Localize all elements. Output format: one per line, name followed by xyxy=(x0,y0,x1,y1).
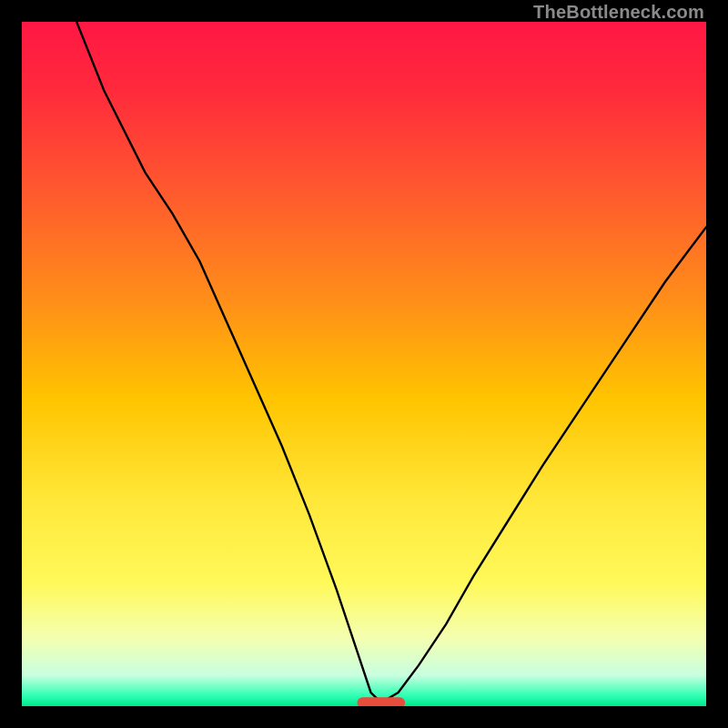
gradient-background xyxy=(22,22,706,706)
chart-frame xyxy=(22,22,706,706)
optimum-marker xyxy=(358,697,406,706)
bottleneck-chart xyxy=(22,22,706,706)
watermark-text: TheBottleneck.com xyxy=(533,2,704,23)
